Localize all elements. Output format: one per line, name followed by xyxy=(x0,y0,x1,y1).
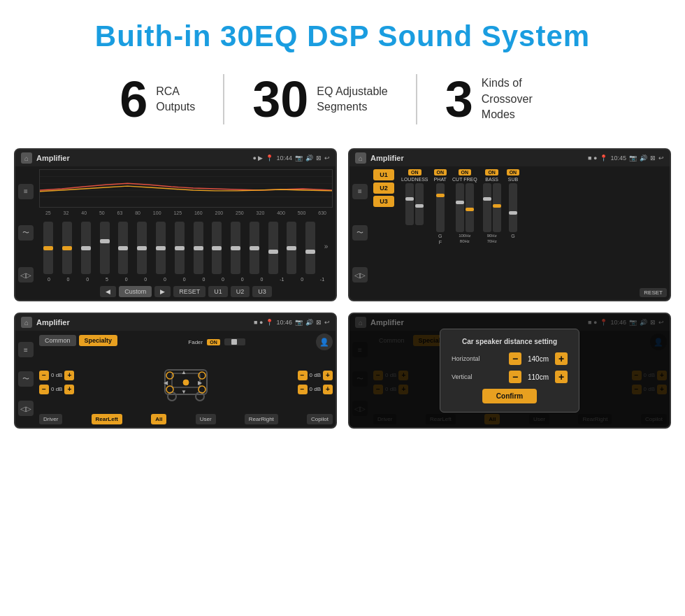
vertical-minus-btn[interactable]: − xyxy=(509,371,521,383)
eq-icon[interactable]: ≡ xyxy=(18,184,34,199)
camera-icon-1: 📷 xyxy=(295,155,303,162)
wave-icon-3[interactable]: 〜 xyxy=(18,371,34,387)
rearleft-btn[interactable]: RearLeft xyxy=(92,414,122,424)
sub-label: SUB xyxy=(508,177,518,182)
eq-slider-1[interactable] xyxy=(62,222,72,274)
vol-plus-rr[interactable]: + xyxy=(323,385,333,394)
eq-slider-11[interactable] xyxy=(250,222,259,274)
eq-play-btn[interactable]: ▶ xyxy=(154,286,171,297)
amp-u3-btn[interactable]: U3 xyxy=(373,196,394,207)
svg-text:▲: ▲ xyxy=(181,369,187,375)
media-icon-2: ■ ● xyxy=(588,155,597,162)
eq-slider-8[interactable] xyxy=(194,222,203,274)
phat-slider[interactable] xyxy=(436,183,445,232)
profile-icon[interactable]: 👤 xyxy=(316,334,333,350)
sub-slider[interactable] xyxy=(509,183,517,232)
horizontal-minus-btn[interactable]: − xyxy=(509,352,521,365)
home-icon-3[interactable]: ⌂ xyxy=(21,317,32,328)
wave-icon[interactable]: 〜 xyxy=(18,225,34,241)
all-btn[interactable]: All xyxy=(151,414,166,424)
vol-minus-fl[interactable]: − xyxy=(39,371,49,380)
cutfreq-slider2[interactable] xyxy=(466,183,474,232)
speaker-buttons: Driver RearLeft All User RearRight Copil… xyxy=(39,414,333,424)
side-icons-3: ≡ 〜 ◁▷ xyxy=(15,331,36,427)
vol-minus-rl[interactable]: − xyxy=(39,385,49,394)
home-icon-1[interactable]: ⌂ xyxy=(21,152,32,164)
vertical-plus-btn[interactable]: + xyxy=(555,371,568,383)
eq-slider-13[interactable] xyxy=(287,222,296,274)
vol-plus-fl[interactable]: + xyxy=(64,371,74,380)
bass-slider2[interactable] xyxy=(493,183,501,232)
location-icon-2: 📍 xyxy=(600,155,607,162)
loudness-on[interactable]: ON xyxy=(408,169,421,176)
vol-val-rl: 0 dB xyxy=(51,386,62,392)
eq-slider-0[interactable] xyxy=(43,222,53,274)
vol-minus-fr[interactable]: − xyxy=(298,371,308,380)
amp-u1-btn[interactable]: U1 xyxy=(373,169,394,180)
bass-on[interactable]: ON xyxy=(485,169,498,176)
status-icons-1: ● ▶ 📍 10:44 📷 🔊 ⊠ ↩ xyxy=(253,155,330,162)
speaker-icon-side-2[interactable]: ◁▷ xyxy=(352,267,368,282)
amp-u2-btn[interactable]: U2 xyxy=(373,182,394,194)
eq-icon-3[interactable]: ≡ xyxy=(18,342,34,357)
app-title-2: Amplifier xyxy=(370,154,584,162)
dialog-vertical-row: Vertical − 110cm + xyxy=(452,371,568,383)
vol-ctrl-rr: − 0 dB + xyxy=(298,385,333,394)
loudness-slider2[interactable] xyxy=(415,183,424,225)
eq-slider-5[interactable] xyxy=(137,222,147,274)
tab-specialty[interactable]: Specialty xyxy=(79,335,118,346)
eq-custom-btn[interactable]: Custom xyxy=(119,286,152,297)
eq-reset-btn[interactable]: RESET xyxy=(173,286,206,297)
loudness-slider[interactable] xyxy=(405,183,414,225)
eq-prev-btn[interactable]: ◀ xyxy=(100,286,116,297)
car-svg: ▲ ▼ ◀ ▶ xyxy=(154,356,217,408)
vol-plus-fr[interactable]: + xyxy=(323,371,333,380)
eq-slider-2[interactable] xyxy=(81,222,91,274)
bass-slider1[interactable] xyxy=(483,183,491,232)
horizontal-value: 140cm xyxy=(524,355,552,363)
battery-icon-3: ⊠ xyxy=(316,319,322,326)
eq-u2-btn[interactable]: U2 xyxy=(231,286,250,297)
user-btn[interactable]: User xyxy=(196,414,216,424)
cutfreq-slider1[interactable] xyxy=(456,183,464,232)
vertical-value: 110cm xyxy=(524,373,552,381)
eq-slider-7[interactable] xyxy=(175,222,185,274)
eq-slider-12[interactable] xyxy=(268,222,278,274)
vol-plus-rl[interactable]: + xyxy=(64,385,74,394)
time-1: 10:44 xyxy=(276,155,292,162)
amp-reset-btn[interactable]: RESET xyxy=(640,288,667,297)
eq-slider-14[interactable] xyxy=(305,222,315,274)
vol-val-fr: 0 dB xyxy=(310,372,321,378)
eq-slider-9[interactable] xyxy=(212,222,222,274)
tab-common[interactable]: Common xyxy=(39,335,76,346)
eq-slider-10[interactable] xyxy=(231,222,240,274)
vol-minus-rr[interactable]: − xyxy=(298,385,308,394)
horizontal-plus-btn[interactable]: + xyxy=(555,352,568,365)
back-icon-2[interactable]: ↩ xyxy=(658,155,664,162)
home-icon-2[interactable]: ⌂ xyxy=(355,152,366,164)
eq-u3-btn[interactable]: U3 xyxy=(252,286,272,297)
dialog-horizontal-label: Horizontal xyxy=(452,355,490,362)
phat-on[interactable]: ON xyxy=(434,169,447,176)
amp-loudness: ON LOUDNESS xyxy=(401,169,428,297)
eq-icon-2[interactable]: ≡ xyxy=(352,184,368,199)
driver-btn[interactable]: Driver xyxy=(39,414,62,424)
speaker-icon-side[interactable]: ◁▷ xyxy=(18,267,34,282)
stat-crossover-label: Kinds ofCrossover Modes xyxy=(482,76,565,122)
eq-slider-3[interactable] xyxy=(100,222,110,274)
confirm-button[interactable]: Confirm xyxy=(482,389,537,403)
eq-slider-6[interactable] xyxy=(156,222,166,274)
amp-content: U1 U2 U3 ON LOUDNESS xyxy=(370,166,670,300)
copilot-btn[interactable]: Copilot xyxy=(307,414,333,424)
wave-icon-2[interactable]: 〜 xyxy=(352,225,368,241)
back-icon-1[interactable]: ↩ xyxy=(324,155,330,162)
fader-on[interactable]: ON xyxy=(207,339,220,345)
eq-u1-btn[interactable]: U1 xyxy=(208,286,228,297)
sub-on[interactable]: ON xyxy=(507,169,520,176)
cutfreq-on[interactable]: ON xyxy=(459,169,472,176)
rearright-btn[interactable]: RearRight xyxy=(245,414,278,424)
status-icons-2: ■ ● 📍 10:45 📷 🔊 ⊠ ↩ xyxy=(588,155,664,162)
eq-slider-4[interactable] xyxy=(118,222,128,274)
speaker-icon-side-3[interactable]: ◁▷ xyxy=(18,401,34,416)
back-icon-3[interactable]: ↩ xyxy=(324,319,330,326)
